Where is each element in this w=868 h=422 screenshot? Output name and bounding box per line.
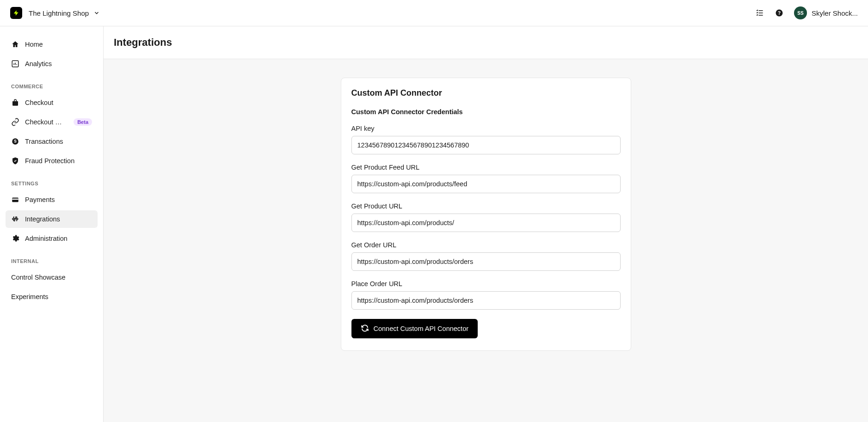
beta-badge: Beta [74, 118, 92, 126]
card-subtitle: Custom API Connector Credentials [351, 108, 621, 116]
sidebar-item-label: Administration [25, 235, 92, 242]
chevron-down-icon [93, 10, 100, 16]
sidebar-section-settings: SETTINGS [6, 181, 98, 186]
sidebar-item-control-showcase[interactable]: Control Showcase [6, 269, 98, 286]
form-group-place-order-url: Place Order URL [351, 280, 621, 310]
sidebar-item-administration[interactable]: Administration [6, 230, 98, 247]
svg-rect-3 [12, 198, 18, 202]
svg-rect-4 [12, 199, 18, 200]
avatar: SS [794, 6, 807, 19]
header-right: SS Skyler Shock... [755, 6, 858, 19]
sidebar-item-experiments[interactable]: Experiments [6, 288, 98, 306]
checkout-icon [11, 98, 19, 107]
place-order-url-input[interactable] [351, 291, 621, 310]
sidebar-item-label: Analytics [25, 60, 92, 67]
product-feed-url-input[interactable] [351, 175, 621, 193]
link-icon [11, 118, 19, 126]
sidebar-item-payments[interactable]: Payments [6, 191, 98, 208]
shield-icon [11, 157, 19, 165]
app-logo[interactable] [10, 7, 22, 19]
form-group-product-url: Get Product URL [351, 202, 621, 232]
form-group-api-key: API key [351, 125, 621, 154]
sidebar-item-checkout[interactable]: Checkout [6, 94, 98, 111]
connect-button-label: Connect Custom API Connector [374, 325, 469, 332]
connect-button[interactable]: Connect Custom API Connector [351, 319, 478, 338]
analytics-icon [11, 60, 19, 68]
lightning-icon [13, 10, 19, 16]
shop-name: The Lightning Shop [29, 9, 89, 17]
sidebar-item-label: Checkout [25, 99, 92, 106]
get-order-url-input[interactable] [351, 252, 621, 271]
main-content: Custom API Connector Custom API Connecto… [104, 59, 868, 422]
get-order-url-label: Get Order URL [351, 241, 621, 249]
sidebar-item-home[interactable]: Home [6, 36, 98, 53]
transactions-icon [11, 137, 19, 146]
svg-point-2 [12, 138, 18, 145]
place-order-url-label: Place Order URL [351, 280, 621, 287]
help-icon[interactable] [775, 8, 784, 18]
shop-selector[interactable]: The Lightning Shop [29, 9, 100, 17]
sidebar-item-integrations[interactable]: Integrations [6, 210, 98, 228]
integrations-icon [11, 215, 19, 223]
sidebar-section-internal: INTERNAL [6, 258, 98, 264]
main-header: Integrations [104, 26, 868, 59]
sidebar-item-transactions[interactable]: Transactions [6, 133, 98, 150]
sidebar-item-checkout-everywhere[interactable]: Checkout Everyw... Beta [6, 113, 98, 131]
card-title: Custom API Connector [351, 88, 621, 98]
sidebar-section-commerce: COMMERCE [6, 84, 98, 89]
main: Integrations Custom API Connector Custom… [104, 26, 868, 422]
form-group-get-order-url: Get Order URL [351, 241, 621, 271]
product-url-input[interactable] [351, 214, 621, 232]
gear-icon [11, 234, 19, 243]
user-name: Skyler Shock... [812, 9, 858, 17]
header-left: The Lightning Shop [10, 7, 100, 19]
sidebar-item-label: Integrations [25, 215, 92, 223]
sidebar-item-label: Transactions [25, 138, 92, 145]
sidebar-item-fraud-protection[interactable]: Fraud Protection [6, 152, 98, 170]
task-list-icon[interactable] [755, 8, 764, 18]
api-key-label: API key [351, 125, 621, 132]
api-key-input[interactable] [351, 136, 621, 154]
product-url-label: Get Product URL [351, 202, 621, 210]
app-header: The Lightning Shop SS Skyler Shock... [0, 0, 868, 26]
sidebar-item-label: Experiments [11, 293, 92, 300]
home-icon [11, 40, 19, 49]
sidebar-item-analytics[interactable]: Analytics [6, 55, 98, 73]
sidebar-item-label: Home [25, 41, 92, 48]
avatar-initials: SS [797, 11, 803, 16]
sidebar-item-label: Payments [25, 196, 92, 203]
user-menu[interactable]: SS Skyler Shock... [794, 6, 858, 19]
refresh-icon [361, 324, 369, 334]
connector-card: Custom API Connector Custom API Connecto… [341, 78, 631, 351]
page-title: Integrations [114, 37, 858, 49]
sidebar-item-label: Control Showcase [11, 274, 92, 281]
sidebar-item-label: Fraud Protection [25, 157, 92, 165]
product-feed-url-label: Get Product Feed URL [351, 164, 621, 171]
sidebar-item-label: Checkout Everyw... [25, 118, 66, 126]
payments-icon [11, 196, 19, 204]
form-group-product-feed-url: Get Product Feed URL [351, 164, 621, 193]
sidebar: Home Analytics COMMERCE Checkout Checkou… [0, 26, 104, 422]
